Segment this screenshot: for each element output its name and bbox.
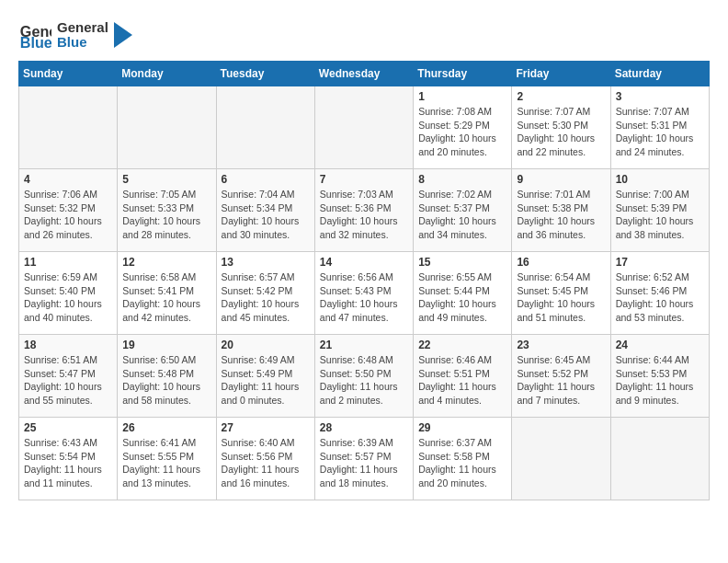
- calendar-cell: 12Sunrise: 6:58 AMSunset: 5:41 PMDayligh…: [118, 252, 216, 335]
- calendar-cell: 1Sunrise: 7:08 AMSunset: 5:29 PMDaylight…: [414, 86, 512, 169]
- day-info: Sunrise: 6:48 AMSunset: 5:50 PMDaylight:…: [320, 353, 408, 408]
- day-info: Sunrise: 6:51 AMSunset: 5:47 PMDaylight:…: [24, 353, 112, 408]
- logo: General Blue General Blue: [18, 18, 132, 52]
- day-number: 6: [222, 173, 310, 186]
- day-number: 27: [222, 421, 310, 434]
- day-number: 7: [320, 173, 408, 186]
- day-number: 13: [222, 256, 310, 269]
- logo-line1: General: [57, 20, 108, 36]
- calendar-cell: 14Sunrise: 6:56 AMSunset: 5:43 PMDayligh…: [314, 252, 413, 335]
- day-info: Sunrise: 7:01 AMSunset: 5:38 PMDaylight:…: [517, 188, 605, 242]
- day-info: Sunrise: 6:57 AMSunset: 5:42 PMDaylight:…: [222, 270, 310, 325]
- day-info: Sunrise: 6:41 AMSunset: 5:55 PMDaylight:…: [122, 436, 210, 490]
- calendar-cell: [610, 418, 709, 500]
- day-number: 17: [616, 256, 704, 269]
- day-info: Sunrise: 7:07 AMSunset: 5:31 PMDaylight:…: [616, 105, 704, 159]
- calendar-cell: 26Sunrise: 6:41 AMSunset: 5:55 PMDayligh…: [118, 418, 216, 500]
- day-info: Sunrise: 6:39 AMSunset: 5:57 PMDaylight:…: [320, 436, 408, 490]
- calendar-header-row: SundayMondayTuesdayWednesdayThursdayFrid…: [19, 62, 710, 86]
- calendar-cell: 24Sunrise: 6:44 AMSunset: 5:53 PMDayligh…: [610, 335, 709, 418]
- day-info: Sunrise: 6:40 AMSunset: 5:56 PMDaylight:…: [222, 436, 310, 490]
- svg-marker-3: [114, 22, 132, 48]
- calendar-cell: 5Sunrise: 7:05 AMSunset: 5:33 PMDaylight…: [118, 169, 216, 252]
- day-number: 12: [122, 256, 210, 269]
- calendar-cell: [314, 86, 413, 169]
- svg-text:Blue: Blue: [20, 34, 51, 51]
- calendar-cell: 25Sunrise: 6:43 AMSunset: 5:54 PMDayligh…: [19, 418, 118, 500]
- logo-line2: Blue: [57, 35, 108, 51]
- day-info: Sunrise: 7:04 AMSunset: 5:34 PMDaylight:…: [222, 188, 310, 242]
- day-number: 21: [320, 339, 408, 351]
- calendar-cell: [512, 418, 610, 500]
- calendar-cell: 13Sunrise: 6:57 AMSunset: 5:42 PMDayligh…: [216, 252, 314, 335]
- calendar-cell: 27Sunrise: 6:40 AMSunset: 5:56 PMDayligh…: [216, 418, 314, 500]
- day-number: 22: [418, 339, 506, 351]
- day-number: 14: [320, 256, 408, 269]
- day-info: Sunrise: 7:00 AMSunset: 5:39 PMDaylight:…: [616, 188, 704, 242]
- calendar-cell: [216, 86, 314, 169]
- calendar-cell: 4Sunrise: 7:06 AMSunset: 5:32 PMDaylight…: [19, 169, 118, 252]
- calendar-cell: [118, 86, 216, 169]
- day-number: 25: [24, 421, 112, 434]
- calendar-cell: 7Sunrise: 7:03 AMSunset: 5:36 PMDaylight…: [314, 169, 413, 252]
- calendar-week-row: 11Sunrise: 6:59 AMSunset: 5:40 PMDayligh…: [19, 252, 710, 335]
- day-info: Sunrise: 7:03 AMSunset: 5:36 PMDaylight:…: [320, 188, 408, 242]
- calendar-cell: 28Sunrise: 6:39 AMSunset: 5:57 PMDayligh…: [314, 418, 413, 500]
- day-number: 19: [122, 339, 210, 351]
- day-number: 26: [122, 421, 210, 434]
- weekday-header-saturday: Saturday: [610, 62, 709, 86]
- calendar-cell: 18Sunrise: 6:51 AMSunset: 5:47 PMDayligh…: [19, 335, 118, 418]
- calendar-cell: 22Sunrise: 6:46 AMSunset: 5:51 PMDayligh…: [414, 335, 512, 418]
- calendar-cell: 29Sunrise: 6:37 AMSunset: 5:58 PMDayligh…: [414, 418, 512, 500]
- day-info: Sunrise: 6:43 AMSunset: 5:54 PMDaylight:…: [24, 436, 112, 490]
- day-info: Sunrise: 6:54 AMSunset: 5:45 PMDaylight:…: [517, 270, 605, 325]
- day-info: Sunrise: 7:06 AMSunset: 5:32 PMDaylight:…: [24, 188, 112, 242]
- calendar-cell: 6Sunrise: 7:04 AMSunset: 5:34 PMDaylight…: [216, 169, 314, 252]
- day-info: Sunrise: 6:59 AMSunset: 5:40 PMDaylight:…: [24, 270, 112, 325]
- day-number: 11: [24, 256, 112, 269]
- calendar-cell: 11Sunrise: 6:59 AMSunset: 5:40 PMDayligh…: [19, 252, 118, 335]
- calendar-week-row: 18Sunrise: 6:51 AMSunset: 5:47 PMDayligh…: [19, 335, 710, 418]
- calendar-cell: 8Sunrise: 7:02 AMSunset: 5:37 PMDaylight…: [414, 169, 512, 252]
- day-info: Sunrise: 6:55 AMSunset: 5:44 PMDaylight:…: [418, 270, 506, 325]
- day-number: 29: [418, 421, 506, 434]
- calendar-table: SundayMondayTuesdayWednesdayThursdayFrid…: [18, 61, 710, 500]
- logo-icon: General Blue: [18, 18, 51, 52]
- calendar-week-row: 4Sunrise: 7:06 AMSunset: 5:32 PMDaylight…: [19, 169, 710, 252]
- day-number: 24: [616, 339, 704, 351]
- day-number: 3: [616, 90, 704, 103]
- day-number: 9: [517, 173, 605, 186]
- day-number: 2: [517, 90, 605, 103]
- day-info: Sunrise: 6:52 AMSunset: 5:46 PMDaylight:…: [616, 270, 704, 325]
- day-info: Sunrise: 6:56 AMSunset: 5:43 PMDaylight:…: [320, 270, 408, 325]
- day-number: 18: [24, 339, 112, 351]
- day-info: Sunrise: 6:44 AMSunset: 5:53 PMDaylight:…: [616, 353, 704, 408]
- weekday-header-monday: Monday: [118, 62, 216, 86]
- calendar-cell: 9Sunrise: 7:01 AMSunset: 5:38 PMDaylight…: [512, 169, 610, 252]
- calendar-cell: 10Sunrise: 7:00 AMSunset: 5:39 PMDayligh…: [610, 169, 709, 252]
- calendar-week-row: 1Sunrise: 7:08 AMSunset: 5:29 PMDaylight…: [19, 86, 710, 169]
- day-info: Sunrise: 6:49 AMSunset: 5:49 PMDaylight:…: [222, 353, 310, 408]
- day-number: 4: [24, 173, 112, 186]
- calendar-cell: 23Sunrise: 6:45 AMSunset: 5:52 PMDayligh…: [512, 335, 610, 418]
- weekday-header-sunday: Sunday: [19, 62, 118, 86]
- day-info: Sunrise: 7:07 AMSunset: 5:30 PMDaylight:…: [517, 105, 605, 159]
- day-info: Sunrise: 7:05 AMSunset: 5:33 PMDaylight:…: [122, 188, 210, 242]
- logo-arrow-icon: [114, 22, 132, 48]
- day-info: Sunrise: 6:50 AMSunset: 5:48 PMDaylight:…: [122, 353, 210, 408]
- calendar-cell: 16Sunrise: 6:54 AMSunset: 5:45 PMDayligh…: [512, 252, 610, 335]
- calendar-cell: 17Sunrise: 6:52 AMSunset: 5:46 PMDayligh…: [610, 252, 709, 335]
- day-number: 1: [418, 90, 506, 103]
- weekday-header-wednesday: Wednesday: [314, 62, 413, 86]
- calendar-cell: 19Sunrise: 6:50 AMSunset: 5:48 PMDayligh…: [118, 335, 216, 418]
- weekday-header-friday: Friday: [512, 62, 610, 86]
- day-number: 20: [222, 339, 310, 351]
- day-number: 8: [418, 173, 506, 186]
- day-number: 16: [517, 256, 605, 269]
- weekday-header-tuesday: Tuesday: [216, 62, 314, 86]
- page-header: General Blue General Blue: [18, 18, 710, 52]
- day-number: 15: [418, 256, 506, 269]
- day-info: Sunrise: 6:37 AMSunset: 5:58 PMDaylight:…: [418, 436, 506, 490]
- calendar-week-row: 25Sunrise: 6:43 AMSunset: 5:54 PMDayligh…: [19, 418, 710, 500]
- day-info: Sunrise: 7:08 AMSunset: 5:29 PMDaylight:…: [418, 105, 506, 159]
